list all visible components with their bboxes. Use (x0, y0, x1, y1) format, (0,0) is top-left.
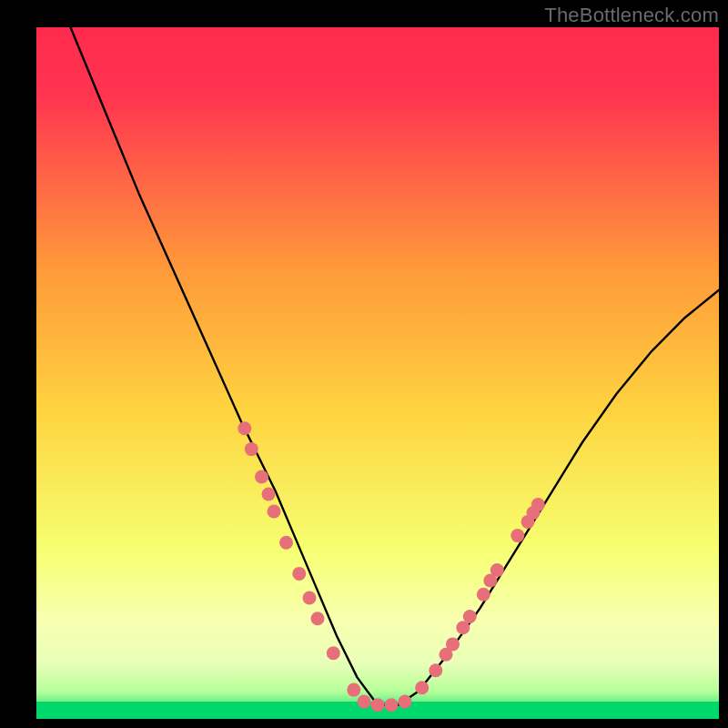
svg-point-6 (268, 505, 281, 519)
bottleneck-chart (0, 0, 728, 728)
svg-point-15 (385, 698, 399, 712)
svg-point-20 (446, 637, 460, 651)
svg-point-17 (415, 681, 429, 694)
svg-point-13 (358, 695, 371, 709)
svg-point-7 (279, 536, 293, 550)
svg-point-26 (511, 529, 524, 542)
svg-point-14 (371, 698, 385, 712)
svg-point-3 (245, 442, 258, 456)
svg-point-11 (327, 646, 340, 660)
chart-frame: TheBottleneck.com (0, 0, 728, 728)
svg-point-4 (255, 470, 268, 484)
svg-point-16 (399, 695, 412, 709)
svg-point-2 (238, 421, 251, 435)
svg-point-10 (311, 612, 325, 625)
svg-point-8 (292, 567, 306, 581)
svg-rect-0 (36, 27, 719, 719)
svg-point-23 (477, 588, 490, 602)
watermark-label: TheBottleneck.com (544, 4, 719, 27)
svg-point-25 (490, 563, 504, 577)
svg-point-5 (262, 488, 276, 501)
svg-point-9 (303, 592, 317, 605)
svg-point-29 (531, 498, 545, 511)
svg-point-12 (347, 683, 360, 697)
svg-point-22 (463, 610, 477, 623)
svg-point-18 (429, 663, 442, 677)
